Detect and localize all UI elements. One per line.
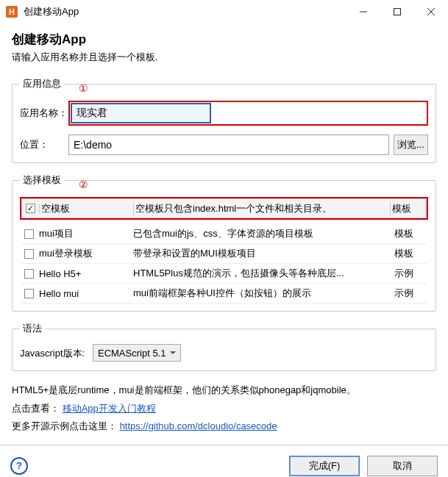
app-icon: H <box>6 6 18 18</box>
template-checkbox[interactable] <box>24 269 34 279</box>
template-name: Hello H5+ <box>38 268 132 279</box>
info-line-1: HTML5+是底层runtime，mui是前端框架，他们的关系类似phonega… <box>12 381 436 400</box>
finish-button[interactable]: 完成(F) <box>289 456 360 476</box>
github-link[interactable]: https://github.com/dcloudio/casecode <box>120 420 277 431</box>
highlight-box-2: 空模板 空模板只包含index.html一个文件和相关目录。 模板 <box>20 197 428 220</box>
window-buttons <box>346 1 448 23</box>
syntax-group: 语法 Javascript版本: ECMAScript 5.1 <box>12 322 436 371</box>
app-name-input[interactable] <box>71 103 211 123</box>
help-button[interactable]: ? <box>10 457 28 475</box>
template-checkbox[interactable] <box>24 229 34 239</box>
location-input[interactable] <box>68 135 389 155</box>
page-title: 创建移动App <box>12 31 436 48</box>
template-desc: 空模板只包含index.html一个文件和相关目录。 <box>134 202 391 215</box>
table-row[interactable]: 空模板 空模板只包含index.html一个文件和相关目录。 模板 <box>21 198 427 218</box>
template-name: mui项目 <box>38 227 132 240</box>
template-checkbox[interactable] <box>24 289 34 298</box>
template-type: 模板 <box>393 227 428 240</box>
template-group: 选择模板 ② 空模板 空模板只包含index.html一个文件和相关目录。 模板… <box>12 173 436 312</box>
tutorial-link[interactable]: 移动App开发入门教程 <box>63 403 156 414</box>
template-name: Hello mui <box>38 288 132 299</box>
highlight-box-1 <box>68 101 428 126</box>
annotation-2: ② <box>79 179 88 190</box>
template-type: 模板 <box>391 202 426 215</box>
app-info-group: 应用信息 ① 应用名称： 位置： 浏览... <box>12 77 436 163</box>
window-title: 创建移动App <box>24 5 346 18</box>
table-row[interactable]: mui项目 已包含mui的js、css、字体资源的项目模板 模板 <box>20 224 428 244</box>
js-version-label: Javascript版本: <box>20 348 85 359</box>
table-row[interactable]: Hello H5+ HTML5Plus规范的演示，包括摄像头等各种底层... 示… <box>20 264 428 284</box>
info-text: HTML5+是底层runtime，mui是前端框架，他们的关系类似phonega… <box>12 380 436 445</box>
template-checkbox[interactable] <box>26 204 35 213</box>
template-desc: 已包含mui的js、css、字体资源的项目模板 <box>132 227 393 240</box>
table-row[interactable]: mui登录模板 带登录和设置的MUI模板项目 模板 <box>20 244 428 264</box>
info-line-3a: 更多开源示例点击这里： <box>12 420 117 431</box>
annotation-1: ① <box>79 82 88 94</box>
template-type: 模板 <box>393 247 428 260</box>
page-subtitle: 请输入应用名称并且选择一个模板. <box>12 51 436 64</box>
template-name: 空模板 <box>40 202 134 215</box>
title-bar: H 创建移动App <box>0 0 448 24</box>
template-desc: mui前端框架各种UI控件（如按钮）的展示 <box>132 287 393 300</box>
browse-button[interactable]: 浏览... <box>394 135 428 155</box>
cancel-button[interactable]: 取消 <box>367 456 438 476</box>
template-legend: 选择模板 <box>20 173 64 187</box>
minimize-button[interactable] <box>346 1 380 23</box>
dialog-footer: ? 完成(F) 取消 <box>0 445 448 477</box>
maximize-button[interactable] <box>380 1 414 23</box>
template-type: 示例 <box>393 287 428 300</box>
syntax-legend: 语法 <box>20 322 45 335</box>
template-desc: 带登录和设置的MUI模板项目 <box>132 247 393 260</box>
info-line-2a: 点击查看： <box>12 403 60 414</box>
svg-rect-1 <box>394 8 401 15</box>
template-list: mui项目 已包含mui的js、css、字体资源的项目模板 模板 mui登录模板… <box>20 224 428 304</box>
template-name: mui登录模板 <box>38 247 132 260</box>
app-name-label: 应用名称： <box>20 107 68 120</box>
template-desc: HTML5Plus规范的演示，包括摄像头等各种底层... <box>132 267 393 280</box>
js-version-select[interactable]: ECMAScript 5.1 <box>93 344 181 362</box>
template-checkbox[interactable] <box>24 249 34 259</box>
location-label: 位置： <box>20 138 68 151</box>
template-type: 示例 <box>393 267 428 280</box>
table-row[interactable]: Hello mui mui前端框架各种UI控件（如按钮）的展示 示例 <box>20 284 428 304</box>
app-info-legend: 应用信息 <box>20 77 64 90</box>
close-button[interactable] <box>414 1 448 23</box>
